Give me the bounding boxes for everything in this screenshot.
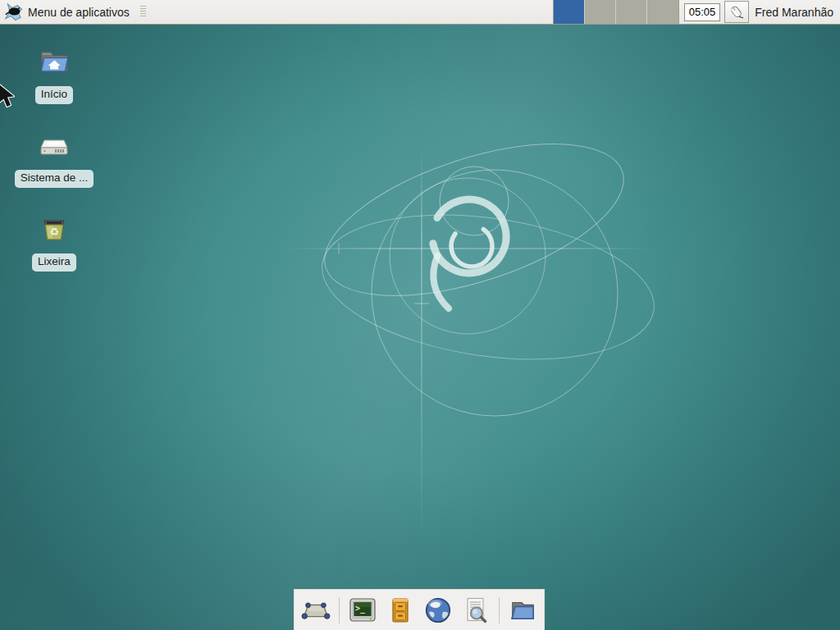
filesystem-drive-icon bbox=[36, 130, 72, 164]
desktop-icon-label: Lixeira bbox=[32, 253, 76, 272]
desktop-icon-filesystem[interactable]: Sistema de ... bbox=[11, 130, 97, 188]
workspace-switcher bbox=[554, 0, 678, 24]
desktop-icon-trash[interactable]: ♻ Lixeira bbox=[11, 213, 97, 272]
dock-separator bbox=[339, 597, 340, 623]
panel-handle-icon[interactable] bbox=[140, 6, 146, 18]
applications-menu-label: Menu de aplicativos bbox=[28, 6, 130, 19]
application-finder-icon bbox=[461, 596, 491, 625]
file-cabinet-icon bbox=[386, 596, 415, 625]
application-finder-launcher[interactable] bbox=[461, 596, 491, 625]
applications-menu-button[interactable]: Menu de aplicativos bbox=[0, 0, 133, 24]
desktop-icon-label: Início bbox=[35, 86, 73, 104]
dock-separator bbox=[499, 597, 500, 623]
workspace-1[interactable] bbox=[554, 0, 585, 24]
workspace-3[interactable] bbox=[616, 0, 647, 24]
wallpaper-debian-lines bbox=[0, 0, 840, 630]
web-browser-globe-icon bbox=[423, 596, 453, 625]
desktop-icon-home[interactable]: Início bbox=[11, 46, 97, 104]
workspace-4[interactable] bbox=[647, 0, 678, 24]
xfce-mouse-logo-icon bbox=[4, 2, 24, 22]
web-browser-launcher[interactable] bbox=[423, 596, 453, 625]
clock[interactable]: 05:05 bbox=[684, 3, 721, 21]
show-desktop-icon bbox=[301, 596, 331, 625]
file-manager-launcher[interactable] bbox=[508, 596, 537, 625]
file-manager-folder-icon bbox=[508, 596, 537, 625]
mouse-device-icon bbox=[728, 4, 745, 21]
home-folder-icon bbox=[36, 46, 72, 80]
show-desktop-button[interactable] bbox=[301, 596, 331, 625]
desktop-icon-label: Sistema de ... bbox=[15, 170, 94, 188]
file-cabinet-launcher[interactable] bbox=[386, 596, 415, 625]
svg-text:>_: >_ bbox=[355, 604, 366, 614]
action-button[interactable] bbox=[724, 1, 749, 23]
workspace-2[interactable] bbox=[585, 0, 616, 24]
terminal-launcher[interactable]: >_ bbox=[348, 596, 377, 625]
top-panel: Menu de aplicativos 05:05 Fred Maranhão bbox=[0, 0, 840, 25]
bottom-dock-panel: >_ bbox=[294, 589, 545, 630]
svg-text:♻: ♻ bbox=[49, 226, 59, 238]
trash-icon: ♻ bbox=[36, 213, 72, 248]
username-label[interactable]: Fred Maranhão bbox=[755, 6, 833, 19]
terminal-icon: >_ bbox=[348, 596, 377, 625]
